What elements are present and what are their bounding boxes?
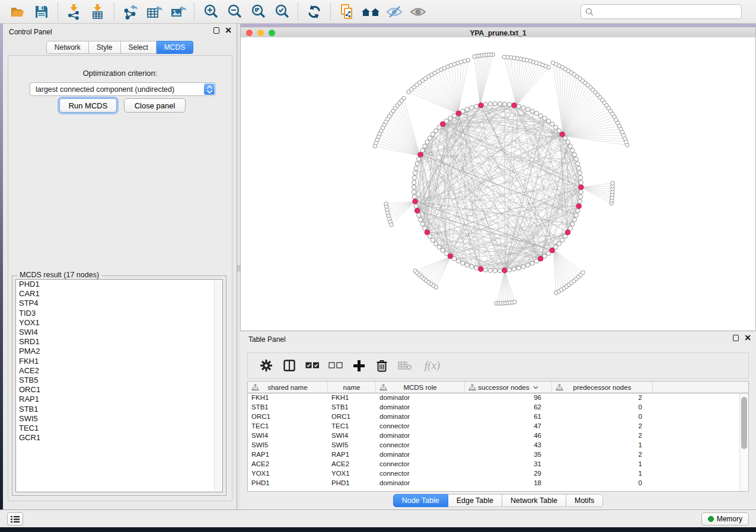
close-panel-icon[interactable]: ✕ (225, 27, 232, 34)
mcds-result-item[interactable]: SWI5 (16, 414, 222, 424)
cell-predecessors[interactable]: 0 (552, 479, 653, 488)
cell-role[interactable]: dominator (376, 412, 465, 422)
cell-role[interactable]: dominator (376, 403, 465, 412)
cell-name[interactable]: ACE2 (328, 460, 376, 469)
mcds-result-item[interactable]: YOX1 (16, 318, 222, 328)
mcds-result-item[interactable]: STP4 (16, 299, 222, 308)
cell-name[interactable]: STB1 (328, 403, 376, 412)
column-header-successor-nodes[interactable]: successor nodes (465, 382, 552, 393)
cell-shared_name[interactable]: SWI4 (248, 431, 328, 441)
cell-successors[interactable]: 31 (465, 460, 552, 469)
tab-node-table[interactable]: Node Table (393, 494, 448, 507)
split-columns-button[interactable] (280, 357, 298, 374)
clone-network-button[interactable] (335, 2, 359, 21)
table-row[interactable]: PHD1PHD1dominator180 (248, 479, 748, 488)
scrollbar-thumb[interactable] (741, 397, 747, 449)
cell-successors[interactable]: 18 (465, 479, 552, 488)
criterion-select[interactable]: largest connected component (undirected) (30, 82, 216, 96)
cell-name[interactable]: TEC1 (328, 422, 376, 431)
cell-shared_name[interactable]: FKH1 (248, 393, 328, 403)
zoom-in-button[interactable] (199, 2, 222, 21)
hide-selected-button[interactable] (382, 2, 406, 21)
cell-shared_name[interactable]: SWI5 (248, 441, 328, 450)
save-session-button[interactable] (30, 2, 53, 21)
table-row[interactable]: ACE2ACE2connector311 (248, 460, 748, 469)
cell-role[interactable]: dominator (376, 431, 465, 441)
mcds-result-item[interactable]: SWI4 (16, 328, 222, 337)
tab-mcds[interactable]: MCDS (157, 41, 193, 54)
add-column-button[interactable] (350, 357, 368, 374)
cell-shared_name[interactable]: STB1 (248, 403, 328, 412)
import-network-button[interactable] (62, 2, 86, 21)
table-row[interactable]: YOX1YOX1connector291 (248, 469, 748, 479)
cell-successors[interactable]: 46 (465, 431, 552, 441)
table-row[interactable]: TEC1TEC1connector472 (248, 422, 748, 431)
cell-name[interactable]: YOX1 (328, 469, 376, 479)
export-image-button[interactable] (166, 2, 190, 21)
mcds-list-scrollbar[interactable] (214, 280, 222, 491)
cell-shared_name[interactable]: ORC1 (248, 412, 328, 422)
cell-role[interactable]: connector (376, 422, 465, 431)
clear-selection-button[interactable] (327, 357, 344, 374)
column-header-shared-name[interactable]: shared name (248, 382, 328, 393)
task-history-button[interactable] (7, 512, 23, 525)
tab-network-table[interactable]: Network Table (502, 494, 566, 507)
mcds-result-item[interactable]: PHD1 (16, 280, 222, 289)
cell-name[interactable]: SWI5 (328, 441, 376, 450)
table-row[interactable]: SWI5SWI5connector431 (248, 441, 748, 450)
select-all-button[interactable] (304, 357, 321, 374)
mcds-result-item[interactable]: ACE2 (16, 366, 222, 376)
export-table-button[interactable] (142, 2, 166, 21)
first-neighbors-button[interactable] (359, 2, 382, 21)
close-panel-button[interactable]: Close panel (124, 98, 186, 113)
cell-role[interactable]: connector (376, 460, 465, 469)
cell-successors[interactable]: 43 (465, 441, 552, 450)
refresh-view-button[interactable] (302, 2, 326, 21)
mcds-result-item[interactable]: STB1 (16, 405, 222, 414)
network-canvas[interactable] (240, 37, 756, 331)
column-header-name[interactable]: name (328, 382, 376, 393)
cell-role[interactable]: connector (376, 469, 465, 479)
cell-role[interactable]: dominator (376, 479, 465, 488)
float-panel-icon[interactable] (213, 27, 219, 34)
zoom-fit-button[interactable] (246, 2, 270, 21)
cell-predecessors[interactable]: 1 (552, 460, 653, 469)
column-header-MCDS-role[interactable]: MCDS role (376, 382, 465, 393)
tab-edge-table[interactable]: Edge Table (448, 494, 502, 507)
cell-name[interactable]: ORC1 (328, 412, 376, 422)
cell-shared_name[interactable]: TEC1 (248, 422, 328, 431)
table-row[interactable]: ORC1ORC1dominator610 (248, 412, 748, 422)
cell-successors[interactable]: 96 (465, 393, 552, 403)
mcds-result-list[interactable]: PHD1CAR1STP4TID3YOX1SWI4SRD1PMA2FKH1ACE2… (15, 279, 223, 492)
delete-table-button[interactable] (396, 357, 414, 374)
cell-name[interactable]: FKH1 (328, 393, 376, 403)
cell-name[interactable]: PHD1 (328, 479, 376, 488)
cell-shared_name[interactable]: YOX1 (248, 469, 328, 479)
cell-role[interactable]: dominator (376, 450, 465, 460)
cell-shared_name[interactable]: RAP1 (248, 450, 328, 460)
cell-name[interactable]: SWI4 (328, 431, 376, 441)
cell-shared_name[interactable]: ACE2 (248, 460, 328, 469)
cell-successors[interactable]: 47 (465, 422, 552, 431)
cell-predecessors[interactable]: 1 (552, 441, 653, 450)
column-header-predecessor-nodes[interactable]: predecessor nodes (552, 382, 653, 393)
mcds-result-item[interactable]: SRD1 (16, 337, 222, 347)
mcds-result-item[interactable]: STB5 (16, 376, 222, 385)
cell-predecessors[interactable]: 0 (552, 412, 653, 422)
cell-predecessors[interactable]: 0 (552, 403, 653, 412)
cell-successors[interactable]: 62 (465, 403, 552, 412)
cell-predecessors[interactable]: 1 (552, 469, 653, 479)
zoom-out-button[interactable] (222, 2, 246, 21)
cell-predecessors[interactable]: 2 (552, 422, 653, 431)
zoom-selected-button[interactable] (270, 2, 294, 21)
mcds-result-item[interactable]: PMA2 (16, 347, 222, 356)
float-table-panel-icon[interactable] (733, 335, 739, 341)
import-table-button[interactable] (86, 2, 110, 21)
mcds-result-item[interactable]: TEC1 (16, 424, 222, 433)
show-all-button[interactable] (406, 2, 430, 21)
export-network-button[interactable] (119, 2, 142, 21)
function-builder-button[interactable]: f(x) (419, 357, 445, 374)
tab-network[interactable]: Network (46, 41, 89, 54)
mcds-result-item[interactable]: FKH1 (16, 357, 222, 366)
run-mcds-button[interactable]: Run MCDS (59, 98, 117, 113)
